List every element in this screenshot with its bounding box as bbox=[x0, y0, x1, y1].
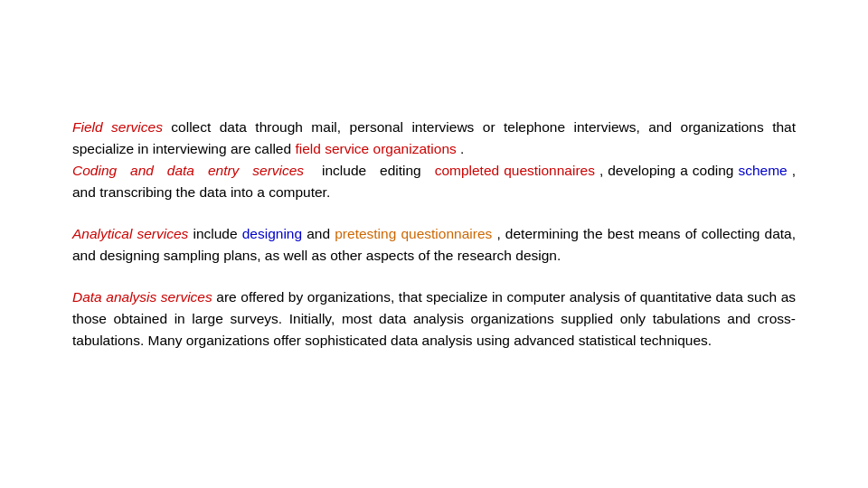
main-content: Field services collect data through mail… bbox=[63, 99, 805, 389]
text-field-services-2: . bbox=[460, 141, 464, 156]
link-designing[interactable]: designing bbox=[242, 226, 302, 241]
text-analytical-2: and bbox=[307, 226, 335, 241]
paragraph-data-analysis: Data analysis services are offered by or… bbox=[72, 286, 796, 352]
link-completed-questionnaires[interactable]: completed questionnaires bbox=[435, 163, 595, 178]
link-pretesting-questionnaires[interactable]: pretesting questionnaires bbox=[335, 226, 492, 241]
text-coding-1: include editing bbox=[308, 163, 435, 178]
term-analytical-services[interactable]: Analytical services bbox=[72, 226, 188, 241]
term-coding-services[interactable]: Coding and data entry services bbox=[72, 163, 304, 178]
text-coding-2: , developing a coding bbox=[599, 163, 738, 178]
text-analytical-1: include bbox=[193, 226, 241, 241]
paragraph-field-services: Field services collect data through mail… bbox=[72, 117, 796, 203]
term-field-services[interactable]: Field services bbox=[72, 119, 163, 135]
paragraph-analytical-services: Analytical services include designing an… bbox=[72, 223, 796, 267]
link-scheme[interactable]: scheme bbox=[738, 163, 787, 178]
link-field-service-organizations[interactable]: field service organizations bbox=[295, 141, 456, 156]
term-data-analysis-services[interactable]: Data analysis services bbox=[72, 289, 212, 305]
